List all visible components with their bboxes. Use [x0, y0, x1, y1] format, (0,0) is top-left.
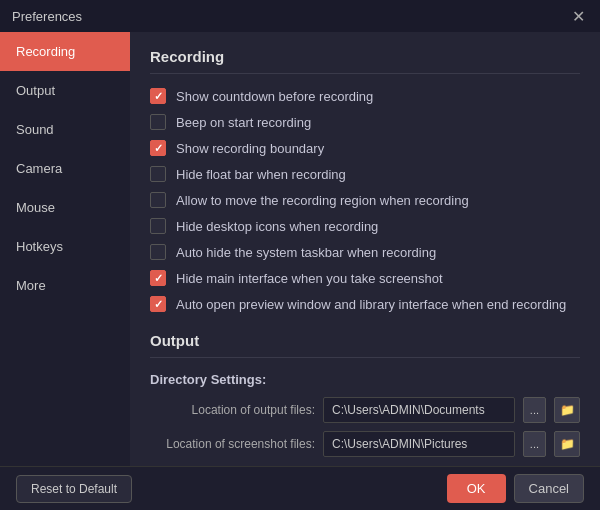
checkbox-6[interactable]: [150, 244, 166, 260]
footer-right: OK Cancel: [447, 474, 584, 503]
checkbox-row-4: Allow to move the recording region when …: [150, 192, 580, 208]
checkbox-label-8: Auto open preview window and library int…: [176, 297, 566, 312]
output-files-dots-button[interactable]: ...: [523, 397, 546, 423]
checkbox-row-7: Hide main interface when you take screen…: [150, 270, 580, 286]
titlebar-title: Preferences: [12, 9, 82, 24]
sidebar-item-more[interactable]: More: [0, 266, 130, 305]
checkbox-8[interactable]: [150, 296, 166, 312]
screenshot-files-label: Location of screenshot files:: [150, 437, 315, 451]
output-title: Output: [150, 332, 580, 358]
checkbox-label-1: Beep on start recording: [176, 115, 311, 130]
screenshot-files-input[interactable]: [323, 431, 515, 457]
checkbox-2[interactable]: [150, 140, 166, 156]
output-section: Output Directory Settings: Location of o…: [150, 332, 580, 466]
checkbox-4[interactable]: [150, 192, 166, 208]
screenshot-files-row: Location of screenshot files: ... 📁: [150, 431, 580, 457]
checkbox-row-1: Beep on start recording: [150, 114, 580, 130]
sidebar-item-mouse[interactable]: Mouse: [0, 188, 130, 227]
directory-settings: Directory Settings: Location of output f…: [150, 372, 580, 457]
checkbox-row-3: Hide float bar when recording: [150, 166, 580, 182]
footer: Reset to Default OK Cancel: [0, 466, 600, 510]
output-files-row: Location of output files: ... 📁: [150, 397, 580, 423]
output-files-input[interactable]: [323, 397, 515, 423]
sidebar-item-sound[interactable]: Sound: [0, 110, 130, 149]
screenshot-files-folder-button[interactable]: 📁: [554, 431, 580, 457]
recording-title: Recording: [150, 48, 580, 74]
checkbox-label-3: Hide float bar when recording: [176, 167, 346, 182]
checkbox-row-0: Show countdown before recording: [150, 88, 580, 104]
checkbox-3[interactable]: [150, 166, 166, 182]
reset-button[interactable]: Reset to Default: [16, 475, 132, 503]
cancel-button[interactable]: Cancel: [514, 474, 584, 503]
titlebar: Preferences ✕: [0, 0, 600, 32]
checkbox-5[interactable]: [150, 218, 166, 234]
checkbox-row-5: Hide desktop icons when recording: [150, 218, 580, 234]
main-content: Recording Show countdown before recordin…: [130, 32, 600, 466]
checkbox-label-4: Allow to move the recording region when …: [176, 193, 469, 208]
checkbox-1[interactable]: [150, 114, 166, 130]
checkbox-0[interactable]: [150, 88, 166, 104]
checkbox-row-2: Show recording boundary: [150, 140, 580, 156]
preferences-window: Preferences ✕ Recording Output Sound Cam…: [0, 0, 600, 510]
checkbox-7[interactable]: [150, 270, 166, 286]
checkbox-row-8: Auto open preview window and library int…: [150, 296, 580, 312]
sidebar-item-camera[interactable]: Camera: [0, 149, 130, 188]
sidebar-item-output[interactable]: Output: [0, 71, 130, 110]
sidebar: Recording Output Sound Camera Mouse Hotk…: [0, 32, 130, 466]
sidebar-item-recording[interactable]: Recording: [0, 32, 130, 71]
checkbox-row-6: Auto hide the system taskbar when record…: [150, 244, 580, 260]
dir-settings-label: Directory Settings:: [150, 372, 580, 387]
close-button[interactable]: ✕: [568, 6, 588, 26]
checkbox-label-2: Show recording boundary: [176, 141, 324, 156]
checkboxes-list: Show countdown before recordingBeep on s…: [150, 88, 580, 312]
output-files-folder-button[interactable]: 📁: [554, 397, 580, 423]
sidebar-item-hotkeys[interactable]: Hotkeys: [0, 227, 130, 266]
checkbox-label-7: Hide main interface when you take screen…: [176, 271, 443, 286]
checkbox-label-6: Auto hide the system taskbar when record…: [176, 245, 436, 260]
checkbox-label-0: Show countdown before recording: [176, 89, 373, 104]
checkbox-label-5: Hide desktop icons when recording: [176, 219, 378, 234]
ok-button[interactable]: OK: [447, 474, 506, 503]
content-area: Recording Output Sound Camera Mouse Hotk…: [0, 32, 600, 466]
output-files-label: Location of output files:: [150, 403, 315, 417]
screenshot-files-dots-button[interactable]: ...: [523, 431, 546, 457]
